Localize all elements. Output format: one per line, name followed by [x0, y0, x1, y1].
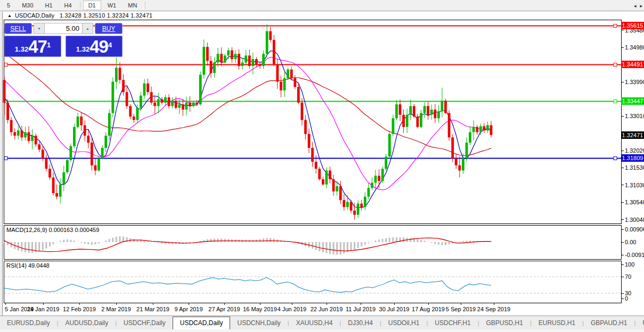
moving-average-line	[4, 53, 491, 156]
candle-body	[115, 68, 118, 81]
timeframe-button-d1[interactable]: D1	[83, 1, 101, 10]
candle-body	[231, 51, 233, 59]
candle-body	[42, 150, 44, 158]
timeframe-button-w1[interactable]: W1	[102, 1, 122, 10]
macd-tick-label: 0.00	[625, 239, 636, 245]
timeframe-button-mn[interactable]: MN	[123, 1, 142, 10]
date-label: 21 Mar 2019	[136, 306, 169, 312]
rsi-tick-mark	[622, 277, 624, 277]
candle-body	[21, 130, 23, 137]
candle-body	[371, 182, 373, 188]
price-level-badge: 1.31809	[621, 154, 644, 162]
level-handle-icon[interactable]	[614, 24, 617, 28]
candle-body	[455, 159, 458, 165]
date-tick-mark	[116, 303, 117, 305]
chart-tab-usdcad-daily[interactable]: USDCAD,Daily	[173, 317, 231, 329]
volume-decrease-button[interactable]: ▼	[34, 23, 45, 34]
price-tick-label: 1.32020	[625, 147, 644, 154]
chart-tab-dj30-h4[interactable]: DJ30,H4	[341, 318, 380, 328]
candle-body	[417, 117, 419, 127]
level-handle-icon[interactable]	[614, 157, 617, 160]
level-handle-icon[interactable]	[4, 63, 7, 67]
one-click-trade-panel: SELL ▼ ▲ BUY 1.32 47 1 1.32 49 4	[4, 23, 123, 57]
date-label: 5 Sep 2019	[446, 306, 476, 312]
level-handle-icon[interactable]	[4, 157, 7, 160]
candle-body	[119, 68, 121, 80]
candle-body	[290, 70, 293, 78]
candle-body	[192, 103, 195, 106]
candle-body	[332, 179, 335, 192]
candle-body	[206, 47, 209, 61]
candle-body	[244, 55, 247, 62]
date-tick-mark	[224, 303, 225, 305]
candle-body	[210, 61, 213, 73]
price-tick-mark	[622, 82, 624, 82]
price-tick-mark	[622, 185, 624, 185]
candle-body	[483, 126, 485, 130]
date-label: 30 Jul 2019	[379, 306, 410, 312]
candle-body	[462, 159, 464, 171]
level-handle-icon[interactable]	[614, 100, 617, 103]
candle-body	[343, 200, 345, 207]
buy-price-display[interactable]: 1.32 49 4	[66, 36, 123, 57]
macd-tick-mark	[622, 255, 624, 255]
timeframe-button-m30[interactable]: M30	[17, 1, 38, 10]
chart-tab-gbpaud-h1[interactable]: GBPAUD,H1	[584, 318, 634, 328]
candle-body	[28, 132, 30, 141]
candle-body	[195, 103, 198, 104]
candle-body	[374, 176, 377, 182]
timeframe-toolbar: 5M30H1H4D1W1MN	[0, 0, 644, 11]
candle-body	[430, 110, 433, 115]
chevron-up-icon: ▲	[86, 27, 89, 30]
chart-tab-usdchf-daily[interactable]: USDCHF,Daily	[117, 318, 173, 328]
candle-body	[238, 54, 240, 66]
chart-tab-eurusd-daily[interactable]: EURUSD,Daily	[0, 318, 57, 328]
chart-tab-xauusd-h4[interactable]: XAUUSD,H4	[289, 318, 340, 328]
rsi-chart[interactable]	[4, 261, 622, 303]
candle-body	[311, 148, 314, 162]
sell-price-display[interactable]: 1.32 47 1	[4, 36, 61, 57]
price-tick-mark	[622, 202, 624, 203]
price-level-badge: 1.35615	[621, 22, 644, 29]
candle-body	[185, 103, 188, 110]
rsi-tick-mark	[622, 264, 624, 265]
date-tick-mark	[428, 303, 429, 305]
candle-body	[241, 63, 244, 67]
date-axis[interactable]: 5 Jan 201924 Jan 201912 Feb 20192 Mar 20…	[4, 303, 644, 315]
buy-button[interactable]: BUY	[95, 23, 123, 34]
candle-body	[70, 146, 72, 160]
tab-scroll-left-icon[interactable]: ◂	[634, 3, 637, 9]
chart-tab-usdchf-h1[interactable]: USDCHF,H1	[428, 318, 477, 328]
volume-increase-button[interactable]: ▲	[82, 23, 93, 34]
sell-button[interactable]: SELL	[4, 23, 32, 34]
candle-body	[80, 117, 83, 125]
price-level-badge: 1.33447	[621, 97, 644, 105]
level-handle-icon[interactable]	[614, 63, 617, 67]
candle-body	[91, 143, 93, 165]
chart-tab-eurusd-h1[interactable]: EURUSD,H1	[532, 318, 582, 328]
timeframe-button-h1[interactable]: H1	[40, 1, 58, 10]
price-tick-mark	[622, 219, 624, 220]
collapse-panel-icon[interactable]: ▲	[7, 13, 12, 18]
candle-body	[59, 185, 62, 197]
tab-scroll-right-icon[interactable]: ▸	[640, 3, 642, 9]
chart-tab-usdcnh-daily[interactable]: USDCNH,Daily	[230, 318, 287, 328]
volume-input[interactable]	[44, 23, 83, 34]
candle-body	[101, 148, 104, 159]
rsi-tick-label: 70	[625, 273, 631, 280]
candle-body	[140, 96, 142, 108]
candle-body	[213, 63, 216, 73]
chart-title-quote: 1.32428 1.32510 1.32324 1.32471	[60, 12, 152, 19]
candle-body	[150, 92, 153, 103]
chart-tab-usdjp[interactable]: USDJP	[635, 318, 644, 328]
chart-tab-usdoil-h1[interactable]: USDOil,H1	[381, 318, 427, 328]
candle-body	[255, 59, 258, 64]
timeframe-button-h4[interactable]: H4	[59, 1, 77, 10]
price-tick-label: 1.30540	[625, 199, 644, 205]
date-label: 4 Jun 2019	[278, 306, 306, 312]
chart-tab-audusd-daily[interactable]: AUDUSD,Daily	[59, 318, 116, 328]
moving-average-line	[4, 51, 491, 208]
chart-tab-gbpusd-h1[interactable]: GBPUSD,H1	[479, 318, 530, 328]
timeframe-button-5[interactable]: 5	[2, 1, 15, 10]
price-tick-label: 1.34980	[625, 44, 644, 51]
